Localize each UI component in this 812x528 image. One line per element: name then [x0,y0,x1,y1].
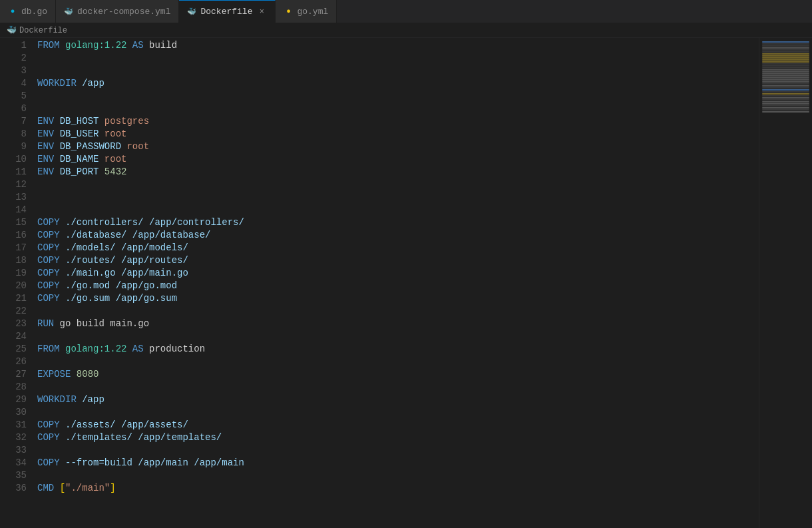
code-line-14 [32,204,759,216]
tab-db-go[interactable]: ● db.go [0,0,56,23]
code-line-20: COPY ./go.mod /app/go.mod [32,280,759,292]
docker-icon-2: 🐳 [187,7,196,17]
breadcrumb-text: Dockerfile [19,26,67,35]
code-line-13 [32,191,759,204]
tab-bar: ● db.go 🐳 docker-compose.yml 🐳 Dockerfil… [0,0,812,23]
breadcrumb: 🐳 Dockerfile [0,23,812,38]
code-line-35 [32,469,759,482]
code-line-21: COPY ./go.sum /app/go.sum [32,292,759,305]
code-line-19: COPY ./main.go /app/main.go [32,267,759,280]
code-line-33 [32,444,759,457]
go-icon: ● [8,7,17,16]
code-line-31: COPY ./assets/ /app/assets/ [32,419,759,431]
code-line-7: ENV DB_HOST postgres [32,115,759,128]
breadcrumb-icon: 🐳 [7,25,17,35]
code-line-29: WORKDIR /app [32,394,759,406]
code-editor[interactable]: FROM golang:1.22 AS build WORKDIR /app E… [32,38,759,528]
editor-container: 12345 678910 1112131415 1617181920 21222… [0,38,812,528]
code-line-32: COPY ./templates/ /app/templates/ [32,431,759,444]
code-line-8: ENV DB_USER root [32,128,759,140]
yaml-icon: ● [284,7,293,16]
code-line-34: COPY --from=build /app/main /app/main [32,457,759,469]
minimap[interactable] [759,38,812,528]
tab-go-yml[interactable]: ● go.yml [276,0,337,23]
code-line-11: ENV DB_PORT 5432 [32,166,759,178]
tab-docker-compose[interactable]: 🐳 docker-compose.yml [56,0,179,23]
code-line-22 [32,305,759,318]
code-line-10: ENV DB_NAME root [32,153,759,166]
code-line-12 [32,178,759,191]
code-line-9: ENV DB_PASSWORD root [32,140,759,153]
code-line-16: COPY ./database/ /app/database/ [32,229,759,242]
code-line-15: COPY ./controllers/ /app/controllers/ [32,216,759,229]
docker-icon-1: 🐳 [64,7,73,16]
code-line-36: CMD ["./main"] [32,482,759,495]
code-line-4: WORKDIR /app [32,77,759,90]
minimap-content [759,38,812,116]
code-line-5 [32,90,759,103]
code-line-3 [32,65,759,77]
code-line-27: EXPOSE 8080 [32,368,759,381]
code-line-17: COPY ./models/ /app/models/ [32,242,759,254]
tab-label-docker-compose: docker-compose.yml [77,7,170,17]
code-line-18: COPY ./routes/ /app/routes/ [32,254,759,267]
code-line-24 [32,330,759,343]
code-line-26 [32,356,759,368]
tab-label-go-yml: go.yml [297,7,328,17]
code-line-28 [32,381,759,394]
tab-dockerfile[interactable]: 🐳 Dockerfile × [179,0,276,23]
tab-close-dockerfile[interactable]: × [256,7,267,17]
code-line-30 [32,406,759,419]
code-line-1: FROM golang:1.22 AS build [32,39,759,52]
code-line-25: FROM golang:1.22 AS production [32,343,759,356]
line-numbers: 12345 678910 1112131415 1617181920 21222… [0,38,32,528]
code-line-6 [32,103,759,115]
code-line-23: RUN go build main.go [32,318,759,330]
tab-label-db-go: db.go [21,7,47,17]
tab-label-dockerfile: Dockerfile [200,7,252,17]
code-line-2 [32,52,759,65]
